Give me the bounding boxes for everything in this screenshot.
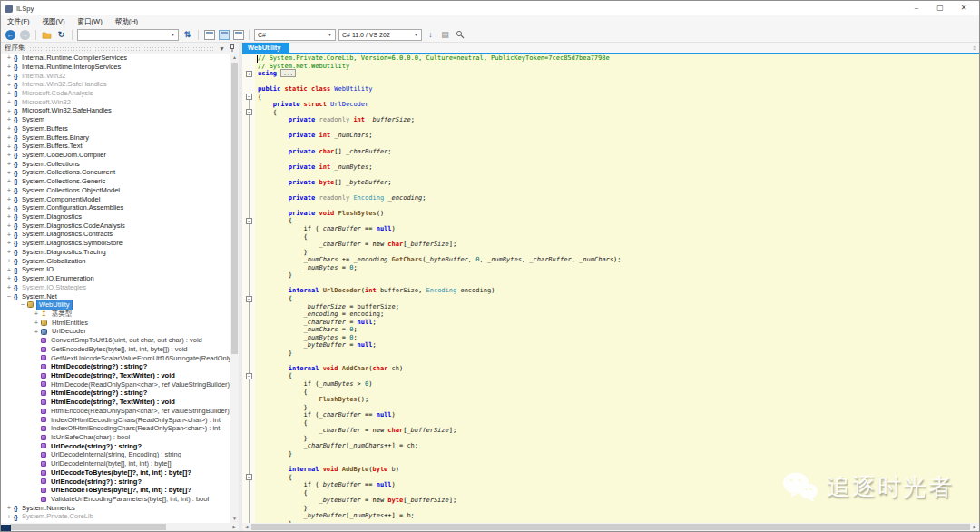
panel-menu-icon[interactable]: ▼ (219, 45, 225, 52)
expand-icon[interactable]: + (5, 204, 14, 212)
tree-item[interactable]: +{}System.Private.CoreLib (1, 512, 230, 521)
code-token[interactable]: Encoding (353, 194, 384, 202)
code-token[interactable]: _charBuffer (346, 148, 387, 155)
tree-item[interactable]: UrlEncode(string?) : string? (1, 478, 230, 487)
code-token[interactable]: AddByte (342, 466, 369, 473)
tree-item[interactable]: UrlDecodeInternal(byte[], int, int) : by… (1, 459, 230, 468)
language-version-combobox[interactable]: C# 11.0 / VS 202 ▼ (338, 29, 422, 41)
expand-icon[interactable]: + (32, 310, 41, 318)
expand-icon[interactable]: + (5, 169, 14, 177)
tree-item[interactable]: +{}System.Buffers (1, 124, 230, 133)
expand-icon[interactable]: + (5, 133, 14, 142)
sort-assemblies-button[interactable]: ⇅ (181, 29, 193, 41)
expand-icon[interactable]: + (5, 98, 14, 106)
tree-item[interactable]: +{}Microsoft.Win32 (1, 98, 230, 107)
language-combobox[interactable]: C# ▼ (254, 29, 336, 41)
code-token[interactable]: _byteBuffer (318, 481, 360, 488)
tree-item[interactable]: +UrlDecoder (1, 327, 230, 336)
tree-item[interactable]: +{}System.Buffers.Binary (1, 133, 230, 142)
menu-item-2[interactable]: 窗口(W) (72, 15, 109, 27)
expand-icon[interactable]: + (5, 239, 14, 247)
tree-item[interactable]: UrlDecodeToBytes(byte[]?, int, int) : by… (1, 468, 230, 478)
code-token[interactable]: _bufferSize (407, 427, 448, 434)
tree-item[interactable]: +{}Microsoft.CodeAnalysis (1, 89, 230, 98)
code-token[interactable]: _numBytes (318, 380, 353, 388)
pin-icon[interactable] (229, 44, 235, 52)
code-token[interactable]: ch (407, 442, 414, 449)
tab-webutility[interactable]: WebUtility (242, 43, 289, 53)
scrollbar-thumb[interactable] (251, 524, 970, 530)
tree-item[interactable]: +{}System.Diagnostics.CodeAnalysis (1, 222, 230, 231)
pin-pane-button[interactable] (218, 29, 230, 41)
tree-item[interactable]: +{}System.Diagnostics.SymbolStore (1, 239, 230, 248)
code-token[interactable]: _bufferSize (407, 241, 448, 248)
fold-expand-icon[interactable]: + (246, 71, 252, 77)
tree-item[interactable]: HtmlDecode(string?, TextWriter) : void (1, 371, 230, 380)
code-token[interactable]: FlushBytes (318, 396, 357, 403)
code-token[interactable]: _encoding (353, 256, 387, 263)
code-token[interactable]: _byteBuffer (304, 341, 346, 349)
code-token[interactable]: _charBuffer (304, 442, 346, 449)
tree-item[interactable]: +↥基类型 (1, 310, 230, 319)
tree-item[interactable]: ConvertSmpToUtf16(uint, out char, out ch… (1, 336, 230, 345)
code-token[interactable]: _byteBuffer (346, 179, 387, 186)
tree-item[interactable]: +{}Microsoft.Win32.SafeHandles (1, 106, 230, 115)
tree-item[interactable]: GetEncodedBytes(byte[], int, int, byte[]… (1, 345, 230, 354)
code-token[interactable]: _byteBuffer (426, 256, 467, 263)
code-token[interactable]: UrlDecoder (323, 287, 361, 294)
tree-item[interactable]: +{}System.Diagnostics (1, 212, 230, 222)
code-view[interactable]: +−−−−−− // System.Private.CoreLib, Versi… (242, 54, 979, 523)
expand-icon[interactable]: + (5, 504, 14, 512)
code-token[interactable]: encoding (460, 287, 491, 294)
options-button[interactable]: ▤ (439, 29, 451, 41)
scroll-down-icon[interactable]: ▼ (230, 515, 239, 523)
sort-members-button[interactable]: ↓ (425, 29, 436, 41)
code-token[interactable]: Encoding (426, 287, 457, 294)
refresh-button[interactable]: ↻ (55, 29, 67, 41)
expand-icon[interactable]: + (5, 54, 14, 62)
fold-collapse-icon[interactable]: − (246, 109, 252, 115)
expand-icon[interactable]: + (5, 248, 14, 256)
collapsed-region-box[interactable]: ... (280, 69, 296, 77)
fold-collapse-icon[interactable]: − (246, 218, 252, 224)
expand-icon[interactable]: + (5, 63, 14, 71)
code-horizontal-scrollbar[interactable]: ◀ ▶ (242, 523, 979, 531)
code-token[interactable]: _numBytes (487, 256, 522, 263)
expand-icon[interactable]: + (5, 222, 14, 230)
code-token[interactable]: ch (392, 365, 399, 372)
tree-item[interactable]: HtmlEncode(string?) : string? (1, 389, 230, 398)
code-token[interactable]: _bufferSize (407, 497, 448, 504)
tree-item[interactable]: +{}System.Globalization (1, 257, 230, 266)
tree-item[interactable]: +{}System.IO (1, 265, 230, 274)
code-token[interactable]: FlushBytes (338, 210, 377, 217)
expand-icon[interactable]: + (5, 212, 14, 221)
scrollbar-thumb[interactable] (10, 524, 166, 530)
code-token[interactable]: _bufferSize (368, 116, 410, 123)
code-token[interactable]: _charBuffer (304, 319, 346, 326)
code-token[interactable]: AddChar (342, 365, 369, 372)
expand-icon[interactable]: + (5, 143, 14, 151)
tree-item[interactable]: ValidateUrlEncodingParameters(byte[], in… (1, 495, 230, 504)
expand-icon[interactable]: + (5, 231, 14, 239)
fold-collapse-icon[interactable]: − (246, 296, 252, 302)
tree-item[interactable]: +{}System.Configuration.Assemblies (1, 203, 230, 212)
code-token[interactable]: _numChars (579, 256, 613, 263)
tree-item[interactable]: +{}Internal.Win32 (1, 71, 230, 80)
code-token[interactable]: _numBytes (304, 264, 338, 271)
close-button[interactable]: ✕ (952, 2, 975, 15)
tree-item[interactable]: +{}System.IO.Strategies (1, 283, 230, 292)
scroll-right-icon[interactable]: ▶ (971, 523, 979, 531)
code-token[interactable]: GetChars (392, 256, 423, 263)
expand-icon[interactable]: + (5, 283, 14, 291)
expand-icon[interactable]: + (32, 328, 41, 336)
menu-item-0[interactable]: 文件(F) (1, 15, 36, 27)
collapse-icon[interactable]: − (5, 292, 14, 300)
tree-item[interactable]: +{}System.Numerics (1, 504, 230, 513)
scroll-up-icon[interactable]: ▲ (230, 54, 239, 62)
tree-item[interactable]: +{}System.Collections.Concurrent (1, 168, 230, 177)
maximize-button[interactable]: ▢ (928, 2, 952, 15)
tree-item[interactable]: HtmlDecode(string?) : string? (1, 362, 230, 371)
expand-icon[interactable]: + (5, 151, 14, 159)
assembly-list-combobox[interactable]: ▼ (77, 29, 179, 41)
code-token[interactable]: _numBytes (334, 163, 368, 171)
